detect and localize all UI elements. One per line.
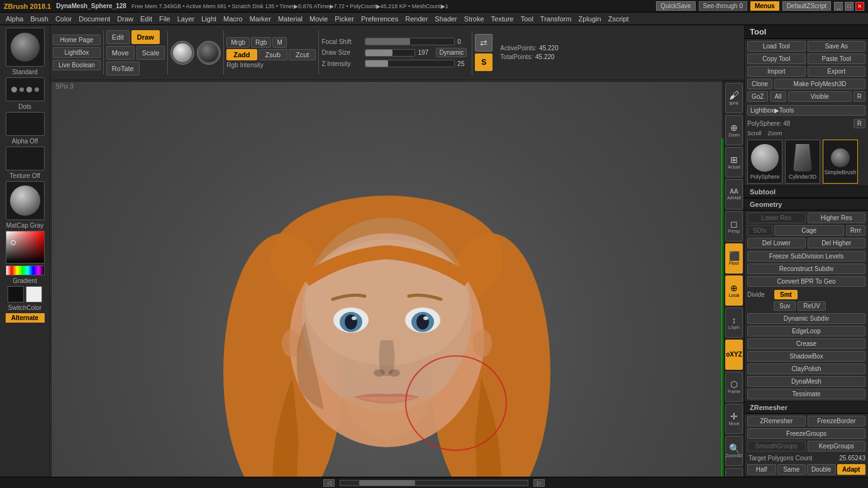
- geometry-section[interactable]: Geometry: [745, 198, 868, 211]
- zremesher-section-header[interactable]: ZRemesher: [745, 401, 868, 414]
- freeze-border-button[interactable]: FreezeBorder: [808, 416, 866, 426]
- zsub-button[interactable]: Zsub: [259, 49, 287, 60]
- lsym-button[interactable]: ↕ LSym: [725, 308, 743, 338]
- menu-layer[interactable]: Layer: [174, 14, 198, 23]
- double-button[interactable]: Double: [807, 464, 836, 475]
- brush-preview-thumb[interactable]: [6, 28, 45, 67]
- menu-shader[interactable]: Shader: [431, 14, 460, 23]
- menu-preferences[interactable]: Preferences: [358, 14, 401, 23]
- lightbox-button[interactable]: LightBox: [53, 47, 101, 58]
- paste-tool-button[interactable]: Paste Tool: [808, 53, 866, 64]
- zoom3d-button[interactable]: 🔍 Zoom3D: [725, 436, 743, 466]
- focal-shift-slider[interactable]: [365, 38, 455, 45]
- zcut-button[interactable]: Zcut: [289, 49, 316, 60]
- menu-marker[interactable]: Marker: [247, 14, 274, 23]
- matcap-preview-thumb[interactable]: [6, 181, 45, 220]
- edge-loop-button[interactable]: EdgeLoop: [747, 326, 865, 336]
- aahalf-button[interactable]: AA AAHalf: [725, 179, 743, 209]
- draw-size-slider[interactable]: [365, 49, 415, 57]
- sphere-btn-2[interactable]: [197, 41, 221, 65]
- adapt-button[interactable]: Adapt: [837, 464, 866, 475]
- window-icon-2[interactable]: □: [845, 2, 854, 11]
- all-button[interactable]: All: [770, 91, 786, 102]
- edit-button[interactable]: Edit: [106, 30, 130, 44]
- clay-polish-button[interactable]: ClayPolish: [747, 363, 865, 374]
- rrr-button[interactable]: Rrrr: [846, 225, 865, 236]
- make-polymesh-button[interactable]: Make PolyMesh3D: [774, 79, 865, 89]
- copy-tool-button[interactable]: Copy Tool: [747, 53, 806, 64]
- menu-stroke[interactable]: Stroke: [461, 14, 487, 23]
- persp-button[interactable]: ◻ Persp: [725, 211, 743, 241]
- see-through-button[interactable]: See-through 0: [699, 1, 747, 11]
- menu-draw[interactable]: Draw: [114, 14, 136, 23]
- same-button[interactable]: Same: [777, 464, 806, 475]
- import-button[interactable]: Import: [747, 66, 806, 77]
- export-button[interactable]: Export: [808, 66, 866, 77]
- cylinder3d-thumb[interactable]: Cylinder3D: [785, 140, 820, 184]
- symmetry-s-button[interactable]: S: [475, 53, 492, 71]
- menu-transform[interactable]: Transform: [537, 14, 575, 23]
- menu-zplugin[interactable]: Zplugin: [576, 14, 604, 23]
- del-higher-button[interactable]: Del Higher: [808, 238, 866, 248]
- m-button[interactable]: M: [272, 37, 286, 48]
- gradient-bar[interactable]: [6, 265, 45, 275]
- alpha-preview-thumb[interactable]: [6, 112, 45, 136]
- rotate-button[interactable]: RoTate: [106, 62, 140, 75]
- local-button[interactable]: ⊕ Local: [725, 275, 743, 306]
- mrgb-button[interactable]: Mrgb: [226, 37, 250, 48]
- goz-button[interactable]: GoZ: [747, 91, 768, 102]
- draw-button[interactable]: Draw: [131, 30, 160, 44]
- floor-button[interactable]: ⬛ Floor: [725, 243, 743, 274]
- live-boolean-button[interactable]: Live Boolean: [53, 60, 101, 70]
- r-visible-button[interactable]: R: [854, 91, 865, 102]
- convert-bpr-button[interactable]: Convert BPR To Geo: [747, 276, 865, 287]
- half-button[interactable]: Half: [747, 464, 776, 475]
- reconstruct-subdiv-button[interactable]: Reconstruct Subdiv: [747, 263, 865, 274]
- freeze-subdiv-button[interactable]: Freeze SubDivision Levels: [747, 251, 865, 262]
- keep-groups-button[interactable]: KeepGroups: [808, 441, 866, 452]
- texture-preview-thumb[interactable]: [6, 147, 45, 170]
- menu-macro[interactable]: Macro: [220, 14, 246, 23]
- sphere-btn-1[interactable]: [170, 41, 194, 65]
- menus-button[interactable]: Menus: [750, 1, 779, 11]
- menu-edit[interactable]: Edit: [137, 14, 155, 23]
- scroll-left-button[interactable]: ◁: [323, 479, 335, 487]
- zoom-button[interactable]: ⊕ Zoom: [725, 115, 743, 145]
- dyna-mesh-button[interactable]: DynaMesh: [747, 376, 865, 387]
- del-lower-button[interactable]: Del Lower: [747, 238, 806, 248]
- oxyz-button[interactable]: oXYZ: [725, 340, 743, 370]
- shadowbox-button[interactable]: ShadowBox: [747, 351, 865, 362]
- black-color-patch[interactable]: [8, 286, 24, 302]
- scroll-right-button[interactable]: ▷: [533, 479, 545, 487]
- suv-button[interactable]: Suv: [774, 301, 796, 311]
- visible-button[interactable]: Visible: [788, 91, 852, 102]
- zadd-button[interactable]: Zadd: [226, 49, 257, 60]
- viewport[interactable]: SPix 3: [50, 80, 723, 488]
- menu-movie[interactable]: Movie: [306, 14, 331, 23]
- reuv-button[interactable]: ReUV: [798, 301, 826, 311]
- default-zscript-button[interactable]: DefaultZScript: [782, 1, 831, 11]
- sdiv-button[interactable]: SDIv: [747, 225, 772, 236]
- dynamic-button[interactable]: Dynamic: [436, 48, 467, 57]
- smt-button[interactable]: Smt: [774, 290, 798, 299]
- menu-material[interactable]: Material: [275, 14, 306, 23]
- load-tool-button[interactable]: Load Tool: [747, 41, 806, 52]
- menu-light[interactable]: Light: [198, 14, 220, 23]
- lightbox-tools-button[interactable]: Lightbox▶Tools: [747, 105, 865, 116]
- simplebrush-thumb[interactable]: SimpleBrush: [823, 140, 858, 184]
- window-icon-1[interactable]: _: [834, 2, 843, 11]
- tessimate-button[interactable]: Tessimate: [747, 389, 865, 399]
- crease-button[interactable]: Crease: [747, 338, 865, 349]
- rgb-button[interactable]: Rgb: [251, 37, 271, 48]
- higher-res-button[interactable]: Higher Res: [808, 213, 866, 223]
- symmetry-button[interactable]: ⇄: [475, 34, 492, 52]
- home-page-button[interactable]: Home Page: [53, 35, 101, 45]
- menu-document[interactable]: Document: [75, 14, 113, 23]
- move-button-right[interactable]: ✛ Move: [725, 404, 743, 434]
- menu-render[interactable]: Render: [402, 14, 431, 23]
- white-color-patch[interactable]: [26, 286, 42, 302]
- scale-button[interactable]: Scale: [136, 46, 165, 60]
- bpr-button[interactable]: 🖌 BPR: [725, 83, 743, 113]
- quicksave-button[interactable]: QuickSave: [656, 1, 695, 11]
- cage-button[interactable]: Cage: [774, 225, 844, 236]
